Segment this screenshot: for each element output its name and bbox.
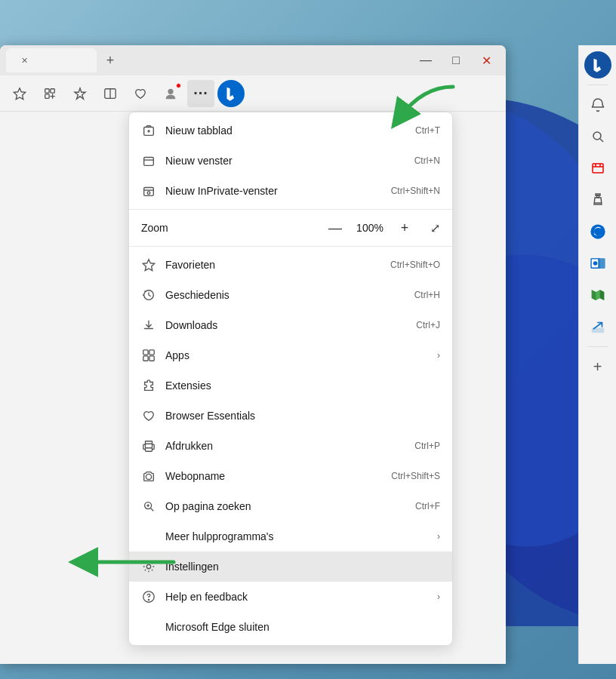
favorites-label: Favorieten — [165, 259, 390, 271]
favorites-shortcut: Ctrl+Shift+O — [390, 260, 440, 270]
svg-rect-14 — [144, 158, 154, 166]
zoom-plus-btn[interactable]: + — [394, 217, 415, 238]
favorites-menu-icon — [141, 257, 156, 272]
svg-point-32 — [146, 564, 150, 568]
history-shortcut: Ctrl+H — [414, 290, 440, 300]
new-tab-btn[interactable]: + — [100, 50, 121, 71]
close-btn[interactable]: ✕ — [473, 47, 500, 74]
menu-item-print[interactable]: Afdrukken Ctrl+P — [129, 431, 452, 461]
inprivate-shortcut: Ctrl+Shift+N — [391, 186, 440, 196]
menu-item-extensions[interactable]: Extensies — [129, 370, 452, 401]
svg-point-18 — [147, 192, 150, 195]
svg-marker-19 — [143, 260, 154, 271]
svg-point-34 — [148, 599, 149, 600]
find-shortcut: Ctrl+F — [415, 501, 440, 512]
sidebar-add-btn[interactable]: + — [584, 353, 611, 380]
menu-item-new-tab[interactable]: Nieuw tabblad Ctrl+T — [129, 115, 452, 146]
maximize-btn[interactable]: □ — [442, 47, 470, 74]
svg-marker-7 — [75, 88, 85, 98]
divider-2 — [129, 246, 452, 247]
settings-icon — [141, 559, 156, 574]
menu-item-help[interactable]: Help en feedback › — [129, 582, 452, 612]
menu-item-more-tools[interactable]: Meer hulpprogramma's › — [129, 521, 452, 551]
browser-window: ✕ + — □ ✕ — [0, 45, 506, 664]
more-tools-label: Meer hulpprogramma's — [165, 530, 437, 542]
tab-close-btn[interactable]: ✕ — [21, 56, 28, 66]
svg-point-47 — [593, 261, 597, 266]
svg-point-44 — [590, 224, 605, 238]
sidebar-maps-btn[interactable] — [584, 281, 611, 309]
sidebar-edge-btn[interactable] — [584, 218, 611, 245]
svg-marker-3 — [14, 88, 25, 99]
close-edge-label: Microsoft Edge sluiten — [165, 621, 440, 633]
inprivate-label: Nieuw InPrivate-venster — [165, 185, 391, 197]
browser-tab[interactable]: ✕ — [6, 48, 97, 72]
new-window-icon — [141, 153, 156, 168]
help-icon — [141, 589, 156, 604]
zoom-controls: — 100% + ⤢ — [325, 217, 440, 238]
collections-toolbar-btn[interactable] — [66, 80, 94, 107]
close-edge-icon — [141, 619, 156, 634]
extensions-label: Extensies — [165, 379, 440, 392]
favorites-toolbar-btn[interactable] — [6, 80, 33, 107]
svg-point-27 — [146, 474, 151, 479]
svg-point-10 — [168, 88, 173, 94]
sidebar-notifications-btn[interactable] — [584, 91, 611, 118]
zoom-minus-btn[interactable]: — — [325, 217, 346, 238]
browser-toolbar: ··· — [0, 75, 506, 112]
browser-essentials-label: Browser Essentials — [165, 410, 440, 422]
menu-item-settings[interactable]: Instellingen — [129, 551, 452, 582]
sidebar-outlook-btn[interactable] — [584, 250, 611, 277]
heart-toolbar-btn[interactable] — [127, 80, 154, 107]
svg-marker-50 — [591, 290, 596, 300]
sidebar-bing-btn[interactable] — [584, 51, 611, 78]
webcapture-label: Webopname — [165, 470, 391, 482]
new-window-shortcut: Ctrl+N — [414, 155, 440, 166]
sidebar-tools-btn[interactable] — [584, 155, 611, 182]
dropdown-menu: Nieuw tabblad Ctrl+T Nieuw venster Ctrl+… — [128, 112, 453, 646]
sidebar-share-btn[interactable] — [584, 313, 611, 340]
svg-rect-48 — [598, 258, 605, 269]
apps-icon — [141, 348, 156, 363]
print-shortcut: Ctrl+P — [414, 441, 440, 451]
menu-item-inprivate[interactable]: Nieuw InPrivate-venster Ctrl+Shift+N — [129, 176, 452, 206]
svg-rect-4 — [45, 88, 49, 92]
menu-item-new-window[interactable]: Nieuw venster Ctrl+N — [129, 146, 452, 176]
menu-item-favorites[interactable]: Favorieten Ctrl+Shift+O — [129, 250, 452, 280]
sidebar-chess-btn[interactable] — [584, 186, 611, 214]
sidebar-search-btn[interactable] — [584, 123, 611, 150]
menu-item-webcapture[interactable]: Webopname Ctrl+Shift+S — [129, 461, 452, 491]
webcapture-icon — [141, 469, 156, 484]
svg-rect-26 — [146, 441, 152, 444]
zoom-label: Zoom — [141, 222, 325, 234]
menu-toolbar-btn[interactable]: ··· — [187, 80, 214, 107]
svg-rect-6 — [45, 94, 49, 97]
zoom-value: 100% — [355, 222, 385, 234]
menu-item-close-edge[interactable]: Microsoft Edge sluiten — [129, 612, 452, 642]
svg-rect-37 — [593, 164, 603, 173]
help-arrow: › — [437, 591, 440, 602]
menu-item-find[interactable]: Op pagina zoeken Ctrl+F — [129, 491, 452, 521]
profile-toolbar-btn[interactable] — [157, 80, 184, 107]
sidebar-divider-1 — [587, 84, 608, 85]
new-tab-label: Nieuw tabblad — [165, 124, 415, 137]
more-tools-arrow: › — [437, 531, 440, 542]
minimize-btn[interactable]: — — [412, 47, 439, 74]
bing-toolbar-btn[interactable] — [217, 80, 245, 107]
history-label: Geschiedenis — [165, 289, 414, 301]
history-icon — [141, 287, 156, 303]
svg-rect-21 — [143, 350, 148, 355]
menu-item-browser-essentials[interactable]: Browser Essentials — [129, 401, 452, 431]
menu-item-history[interactable]: Geschiedenis Ctrl+H — [129, 280, 452, 310]
downloads-icon — [141, 318, 156, 333]
zoom-expand-btn[interactable]: ⤢ — [430, 221, 440, 235]
menu-item-apps[interactable]: Apps › — [129, 340, 452, 370]
extensions-menu-icon — [141, 378, 156, 393]
svg-rect-22 — [149, 350, 154, 355]
extensions-toolbar-btn[interactable] — [36, 80, 63, 107]
menu-item-downloads[interactable]: Downloads Ctrl+J — [129, 310, 452, 340]
find-label: Op pagina zoeken — [165, 500, 415, 512]
split-toolbar-btn[interactable] — [97, 80, 124, 107]
tab-bar: ✕ + — □ ✕ — [0, 45, 506, 75]
more-tools-icon — [141, 529, 156, 544]
